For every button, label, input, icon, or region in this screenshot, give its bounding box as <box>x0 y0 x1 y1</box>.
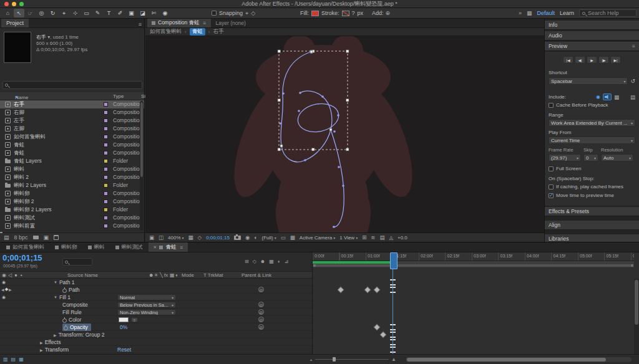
keyframe-diamond[interactable] <box>374 287 379 292</box>
draft-3d-icon[interactable]: ◇ <box>253 259 256 264</box>
camera-select[interactable]: Active Camera▾ <box>300 235 335 241</box>
label-color-swatch[interactable] <box>104 151 108 155</box>
column-header-type[interactable]: Type <box>113 93 124 99</box>
project-item[interactable]: 青蛙Composition <box>0 141 144 149</box>
project-search-field[interactable] <box>2 81 142 89</box>
label-color-swatch[interactable] <box>104 199 108 204</box>
zoom-slider-handle[interactable] <box>333 357 336 362</box>
label-color-swatch[interactable] <box>104 135 108 139</box>
timeline-row[interactable]: Fill RuleNon-Zero Winding▾@ <box>0 309 312 316</box>
timeline-row[interactable]: ◉▼Fill 1Normal▾ <box>0 294 312 301</box>
caching-checkbox[interactable] <box>549 184 554 189</box>
include-audio-icon[interactable] <box>603 93 612 100</box>
mask-visibility-icon[interactable]: ◇ <box>198 234 202 241</box>
timeline-row[interactable]: ▶Effects <box>0 338 312 346</box>
property-name[interactable]: Transform: Group 2 <box>59 332 105 338</box>
skip-select[interactable]: 0▾ <box>583 154 598 161</box>
property-name[interactable]: Fill 1 <box>59 294 71 300</box>
include-overlays-icon[interactable]: ▦ <box>614 94 619 100</box>
color-swatch[interactable] <box>119 317 129 322</box>
panel-menu-icon[interactable]: ≡ <box>203 20 207 26</box>
twirl-icon[interactable]: ▶ <box>40 348 43 352</box>
label-color-swatch[interactable] <box>104 102 108 107</box>
camera-tool-icon[interactable]: ⌖ <box>59 9 69 17</box>
label-color-swatch[interactable] <box>104 208 108 212</box>
timeline-tab[interactable]: ✕青蛙≡ <box>149 242 188 252</box>
stroke-color-swatch[interactable] <box>342 11 349 16</box>
timeline-row[interactable]: Opacity0%@ <box>0 323 312 331</box>
visibility-eye-icon[interactable]: ◉ <box>2 294 6 301</box>
breadcrumb-item[interactable]: 右手 <box>213 28 224 36</box>
eraser-tool-icon[interactable]: ◪ <box>137 9 148 17</box>
property-name[interactable]: Color <box>69 317 81 323</box>
new-folder-icon[interactable] <box>33 236 39 239</box>
timeline-tab[interactable]: 蝌蚪測試 <box>110 242 148 252</box>
parent-pickwhip-icon[interactable]: @ <box>258 324 264 330</box>
parent-pickwhip-icon[interactable]: @ <box>258 317 264 322</box>
tab-project[interactable]: Project <box>1 19 29 27</box>
keyframe-diamond[interactable] <box>381 332 386 337</box>
new-composition-icon[interactable]: ▣ <box>44 234 49 241</box>
preview-display-icon[interactable]: ▤ <box>630 94 635 100</box>
timeline-row[interactable]: Color≡@ <box>0 316 312 323</box>
parent-pickwhip-icon[interactable]: @ <box>258 309 264 315</box>
project-item[interactable]: 蝌蚪 2Composition <box>0 173 144 181</box>
cache-before-playback-checkbox[interactable] <box>549 103 554 108</box>
fill-color-swatch[interactable] <box>311 11 319 16</box>
move-time-row[interactable]: Move time to preview time <box>549 193 635 198</box>
pixel-aspect-icon[interactable]: ⊞ <box>362 234 366 241</box>
property-value[interactable]: 0% <box>120 323 127 331</box>
scrollbar-thumb[interactable] <box>635 280 638 325</box>
reset-link[interactable]: Reset <box>117 346 131 353</box>
keyframe-diamond[interactable] <box>365 287 370 292</box>
tab-composition[interactable]: Composition 青蛙 ≡ <box>147 19 211 27</box>
panel-header-align[interactable]: Align <box>545 221 639 230</box>
next-frame-button[interactable]: |▶ <box>598 56 609 64</box>
label-color-swatch[interactable] <box>104 224 108 228</box>
project-item[interactable]: 青蛙 LayersFolder <box>0 157 144 165</box>
twirl-icon[interactable]: ▶ <box>54 333 57 337</box>
keyframe-diamond[interactable] <box>374 325 379 330</box>
frame-rate-select[interactable]: (29.97)▾ <box>549 154 581 161</box>
project-scrollbar[interactable] <box>140 101 144 231</box>
snapping-checkbox[interactable] <box>212 11 217 16</box>
label-color-swatch[interactable] <box>104 191 108 196</box>
label-color-swatch[interactable] <box>104 159 108 163</box>
label-color-swatch[interactable] <box>104 175 108 180</box>
panel-header-preview[interactable]: Preview≡ <box>545 42 639 51</box>
project-item[interactable]: 左手Composition <box>0 117 144 125</box>
property-name[interactable]: Path 1 <box>59 279 75 285</box>
include-video-icon[interactable]: ◉ <box>596 94 600 100</box>
property-name[interactable]: Fill Rule <box>62 309 82 315</box>
selection-tool-icon[interactable]: ↖ <box>14 9 24 17</box>
timeline-row[interactable]: ◀◆▶Path@ <box>0 286 312 294</box>
always-preview-icon[interactable]: ▣ <box>149 234 154 241</box>
composition-viewer[interactable] <box>145 36 544 232</box>
stopwatch-icon[interactable] <box>62 317 67 322</box>
project-item[interactable]: 蝌蚪 2 LayersFolder <box>0 181 144 189</box>
color-options-icon[interactable]: ≡ <box>131 317 138 322</box>
project-item[interactable]: 如何當隻蝌蚪Composition <box>0 133 144 141</box>
label-color-swatch[interactable] <box>104 216 108 220</box>
project-item[interactable]: 蝌蚪卵 2Composition <box>0 198 144 206</box>
help-search-field[interactable]: Search Help <box>579 9 637 17</box>
project-item[interactable]: 青蛙Composition <box>0 149 144 157</box>
column-parent-link[interactable]: Parent & Link <box>241 272 271 278</box>
play-from-select[interactable]: Current Time▾ <box>549 136 635 144</box>
inout-pane-toggle-icon[interactable]: ▦ <box>19 357 24 362</box>
timeline-search-field[interactable] <box>62 258 92 266</box>
timeline-row[interactable]: CompositeBelow Previous in Sa...▾@ <box>0 301 312 309</box>
scrollbar-thumb[interactable] <box>140 102 143 177</box>
label-color-swatch[interactable] <box>104 118 108 123</box>
toolbar-overflow-icon[interactable]: » <box>519 10 522 16</box>
current-time-display[interactable]: 0;00;01;15 <box>2 253 42 262</box>
shortcut-select[interactable]: Spacebar▾ <box>549 77 628 85</box>
project-item[interactable]: 右手Composition <box>0 100 144 108</box>
show-channel-icon[interactable]: ◐ <box>254 234 257 241</box>
timeline-tab[interactable]: 蝌蚪 <box>83 242 110 252</box>
timeline-row[interactable]: ▶TransformReset <box>0 346 312 353</box>
visibility-eye-icon[interactable]: ◉ <box>2 279 6 286</box>
keyframe-track-area[interactable] <box>313 279 634 353</box>
timeline-row[interactable]: ◉▼Path 1 <box>0 279 312 286</box>
property-dropdown[interactable]: Below Previous in Sa...▾ <box>117 302 176 308</box>
